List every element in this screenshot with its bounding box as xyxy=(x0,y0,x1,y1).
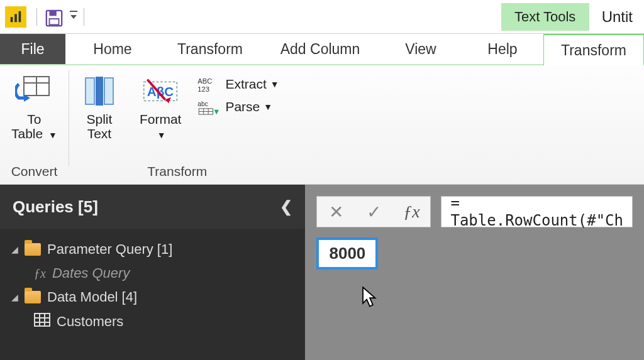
app-logo xyxy=(5,6,26,28)
qa-customize-dropdown[interactable] xyxy=(67,9,80,25)
formula-input[interactable]: = Table.RowCount(#"Ch xyxy=(441,196,633,227)
svg-marker-26 xyxy=(214,110,219,114)
svg-rect-12 xyxy=(86,78,94,104)
caret-down-icon: ◢ xyxy=(11,292,18,302)
svg-rect-0 xyxy=(11,17,13,22)
folder-icon xyxy=(25,291,41,303)
format-icon: AβC xyxy=(142,72,179,109)
tab-transform[interactable]: Transform xyxy=(160,34,260,64)
dropdown-caret-icon: ▼ xyxy=(264,102,272,112)
tab-home[interactable]: Home xyxy=(65,34,160,64)
extract-icon: ABC123 xyxy=(197,75,221,93)
queries-title: Queries [5] xyxy=(13,197,98,217)
qa-separator-2 xyxy=(84,8,84,26)
title-bar: Text Tools Untit xyxy=(0,0,644,34)
caret-down-icon: ◢ xyxy=(11,244,18,254)
group-convert: To Table ▼ Convert xyxy=(0,65,69,184)
format-button[interactable]: AβC Format▼ xyxy=(135,69,187,143)
formula-bar-buttons: ✕ ✓ ƒx xyxy=(316,196,431,227)
svg-text:123: 123 xyxy=(198,85,210,93)
tab-view[interactable]: View xyxy=(380,34,462,64)
document-title: Untit xyxy=(591,8,644,26)
parse-label: Parse xyxy=(225,99,260,114)
queries-header: Queries [5] ❮ xyxy=(0,185,305,229)
tab-transform-contextual[interactable]: Transform xyxy=(543,34,644,65)
table-icon xyxy=(34,313,50,330)
tree-folder[interactable]: ◢ Data Model [4] xyxy=(11,285,294,309)
tree-table[interactable]: Customers xyxy=(11,309,294,334)
file-tab[interactable]: File xyxy=(0,34,65,64)
tree-label: Data Model [4] xyxy=(47,289,137,305)
collapse-panel-button[interactable]: ❮ xyxy=(280,198,292,215)
contextual-tab-header: Text Tools xyxy=(501,3,589,31)
tree-label: Customers xyxy=(57,314,123,330)
queries-tree: ◢ Parameter Query [1] ƒx Dates Query ◢ D… xyxy=(0,229,305,360)
svg-text:AβC: AβC xyxy=(147,84,174,98)
formula-accept-button[interactable]: ✓ xyxy=(355,202,392,222)
result-value[interactable]: 8000 xyxy=(316,237,378,270)
group-convert-label: Convert xyxy=(11,164,58,182)
dropdown-caret-icon: ▼ xyxy=(48,130,57,140)
extract-label: Extract xyxy=(225,77,266,92)
lower-area: Queries [5] ❮ ◢ Parameter Query [1] ƒx D… xyxy=(0,185,644,360)
svg-rect-4 xyxy=(50,10,57,15)
split-text-icon xyxy=(80,72,118,109)
to-table-icon xyxy=(15,72,53,109)
group-transform: Split Text AβC Format▼ ABC123 Extract ▼ … xyxy=(69,65,286,184)
tree-folder[interactable]: ◢ Parameter Query [1] xyxy=(11,237,294,261)
save-button[interactable] xyxy=(43,6,65,28)
formula-fx-button[interactable]: ƒx xyxy=(392,202,430,222)
tree-label: Parameter Query [1] xyxy=(47,241,172,258)
svg-marker-7 xyxy=(70,15,77,19)
svg-rect-27 xyxy=(35,314,50,326)
to-table-button[interactable]: To Table ▼ xyxy=(6,69,62,143)
formula-bar: ✕ ✓ ƒx = Table.RowCount(#"Ch xyxy=(316,196,633,227)
svg-rect-13 xyxy=(104,78,113,104)
svg-text:abc: abc xyxy=(198,101,209,107)
parse-button[interactable]: abc Parse ▼ xyxy=(197,98,279,116)
format-label: Format xyxy=(140,112,182,126)
fx-icon: ƒx xyxy=(34,266,46,281)
split-text-label: Split Text xyxy=(86,112,112,141)
tree-function[interactable]: ƒx Dates Query xyxy=(11,261,294,285)
ribbon: To Table ▼ Convert Split Text AβC Format… xyxy=(0,65,644,185)
tab-help[interactable]: Help xyxy=(462,34,543,64)
parse-icon: abc xyxy=(197,98,221,116)
extract-button[interactable]: ABC123 Extract ▼ xyxy=(197,75,279,93)
preview-panel: ✕ ✓ ƒx = Table.RowCount(#"Ch 8000 xyxy=(305,185,644,360)
tab-add-column[interactable]: Add Column xyxy=(260,34,380,64)
split-text-button[interactable]: Split Text xyxy=(75,69,123,143)
svg-rect-5 xyxy=(50,18,59,24)
svg-rect-2 xyxy=(19,11,21,21)
qa-separator xyxy=(36,8,37,26)
to-table-label: To Table xyxy=(11,112,43,141)
folder-icon xyxy=(25,243,41,256)
ribbon-tabs: File Home Transform Add Column View Help… xyxy=(0,34,644,65)
queries-panel: Queries [5] ❮ ◢ Parameter Query [1] ƒx D… xyxy=(0,185,305,360)
svg-rect-1 xyxy=(14,14,17,22)
group-transform-label: Transform xyxy=(147,164,207,182)
svg-text:ABC: ABC xyxy=(198,77,213,85)
tree-label: Dates Query xyxy=(52,265,130,281)
dropdown-caret-icon: ▼ xyxy=(270,79,279,89)
svg-rect-14 xyxy=(96,77,103,106)
dropdown-caret-icon: ▼ xyxy=(157,130,166,140)
formula-cancel-button[interactable]: ✕ xyxy=(317,202,355,222)
